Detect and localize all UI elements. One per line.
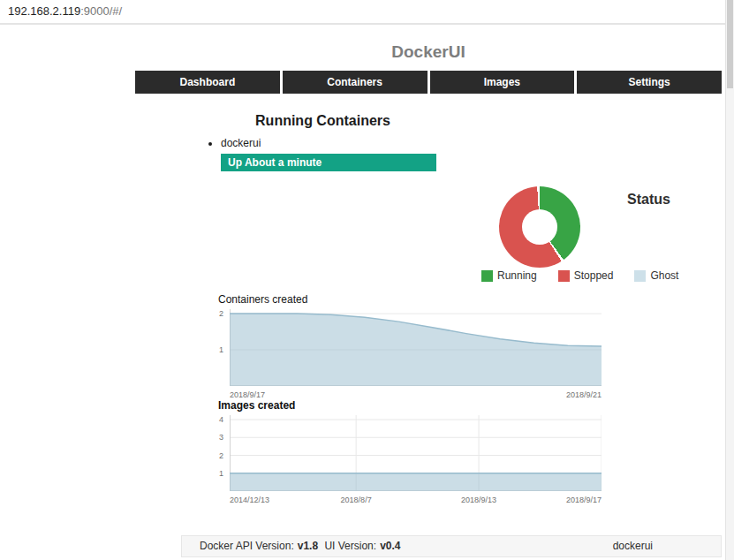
nav-item-dashboard[interactable]: Dashboard — [135, 71, 280, 94]
scrollbar-thumb[interactable] — [727, 0, 733, 88]
running-containers-title: Running Containers — [135, 113, 511, 129]
url-host: 192.168.2.119 — [8, 4, 80, 18]
y-tick-label: 1 — [219, 345, 223, 354]
container-list: dockerui Up About a minute — [192, 137, 474, 171]
nav-item-containers[interactable]: Containers — [283, 71, 428, 94]
scrollbar-track[interactable] — [725, 0, 734, 560]
ui-version-label: UI Version: — [324, 540, 376, 552]
y-tick-label: 3 — [219, 433, 223, 442]
legend-label: Running — [497, 269, 537, 282]
container-list-item: dockerui Up About a minute — [221, 137, 474, 171]
status-chart-title: Status — [627, 192, 670, 208]
footer-versions: Docker API Version:v1.8 UI Version:v0.4 — [200, 536, 404, 556]
y-tick-label: 1 — [219, 469, 223, 478]
x-tick-label: 2014/12/13 — [230, 496, 269, 504]
containers-created-chart: 12 2018/9/172018/9/21 — [230, 309, 602, 386]
containers-chart-x-axis: 2018/9/172018/9/21 — [230, 386, 602, 400]
x-tick-label: 2018/9/21 — [566, 390, 602, 399]
status-donut-chart — [499, 186, 580, 268]
images-chart-x-axis: 2014/12/132018/8/72018/9/132018/9/17 — [230, 491, 602, 505]
url-path: :9000/#/ — [80, 4, 122, 18]
nav-item-settings[interactable]: Settings — [577, 71, 722, 94]
images-chart-y-axis: 1234 — [210, 415, 226, 491]
legend-swatch-ghost — [634, 270, 646, 282]
container-status-badge: Up About a minute — [221, 154, 436, 171]
containers-created-title: Containers created — [218, 293, 307, 306]
page-title: DockerUI — [135, 42, 722, 62]
footer-brand: dockerui — [613, 536, 653, 556]
legend-item-stopped: Stopped — [558, 269, 614, 282]
x-tick-label: 2018/9/17 — [230, 390, 265, 399]
images-created-chart: 1234 2014/12/132018/8/72018/9/132018/9/1… — [230, 415, 602, 491]
y-tick-label: 2 — [219, 451, 223, 460]
x-tick-label: 2018/9/17 — [566, 496, 602, 504]
legend-item-ghost: Ghost — [634, 269, 678, 282]
legend-label: Ghost — [650, 269, 678, 282]
main-nav: DashboardContainersImagesSettings — [135, 71, 722, 94]
footer-bar: Docker API Version:v1.8 UI Version:v0.4 … — [181, 535, 722, 557]
x-tick-label: 2018/9/13 — [461, 496, 496, 504]
legend-swatch-running — [481, 270, 493, 282]
legend-label: Stopped — [574, 269, 614, 282]
nav-item-images[interactable]: Images — [430, 71, 575, 94]
api-version-value: v1.8 — [298, 540, 318, 552]
container-name-link[interactable]: dockerui — [221, 137, 261, 149]
containers-chart-y-axis: 12 — [210, 309, 226, 386]
legend-swatch-stopped — [558, 270, 570, 282]
ui-version-value: v0.4 — [380, 540, 400, 552]
images-created-title: Images created — [218, 399, 295, 412]
x-tick-label: 2018/8/7 — [341, 496, 372, 504]
legend-item-running: Running — [481, 269, 537, 282]
page-root: 192.168.2.119:9000/#/ DockerUI Dashboard… — [0, 0, 734, 560]
status-legend: RunningStoppedGhost — [481, 269, 678, 282]
browser-address-bar[interactable]: 192.168.2.119:9000/#/ — [0, 0, 734, 25]
api-version-label: Docker API Version: — [200, 540, 294, 552]
y-tick-label: 4 — [219, 415, 223, 424]
y-tick-label: 2 — [219, 309, 223, 318]
